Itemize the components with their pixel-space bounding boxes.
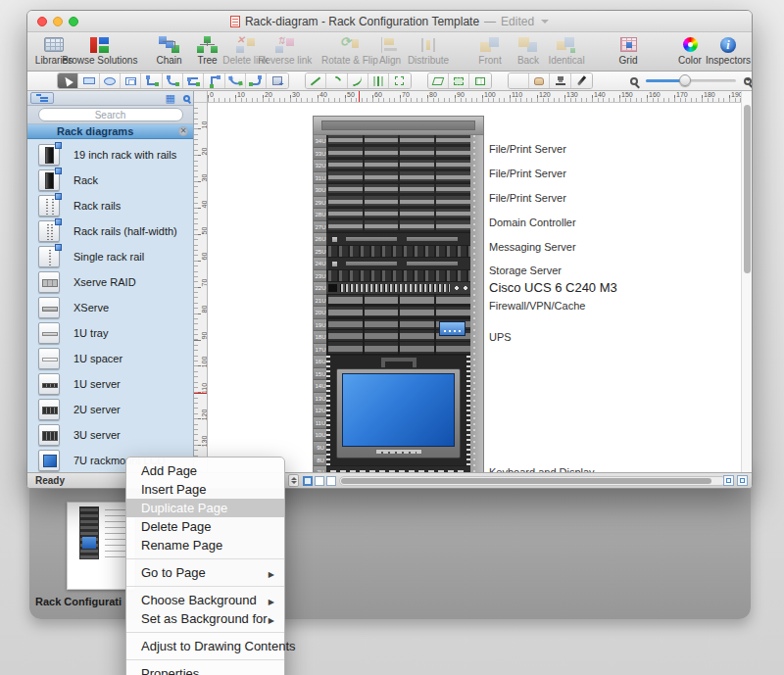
library-close-icon[interactable]: ✕ [178,126,188,136]
page-stepper[interactable] [288,474,299,487]
page-tab[interactable] [315,476,324,486]
tool-button[interactable] [267,73,287,88]
titlebar[interactable]: Rack-diagram - Rack Configuration Templa… [27,11,752,32]
library-tree-view-button[interactable] [30,92,54,104]
toolbar-button[interactable]: Front [475,35,505,66]
context-menu-item[interactable]: Duplicate Page [126,499,284,517]
tool-button[interactable] [529,73,550,88]
library-item[interactable]: 2U server [27,397,193,422]
horizontal-scrollbar-thumb[interactable] [341,478,711,484]
library-grid-view-icon[interactable]: ▦ [166,93,175,104]
page-stepper-up-icon[interactable] [291,477,297,480]
rack-unit-vserver[interactable] [326,246,470,259]
toolbar-button[interactable]: Color [675,35,705,66]
library-item[interactable]: 1U spacer [27,346,193,371]
equipment-label[interactable]: File/Print Server [489,168,566,179]
tool-button[interactable] [121,73,141,88]
actual-size-icon[interactable] [737,475,748,486]
toolbar-button[interactable]: Chain [155,35,184,66]
rack-shape[interactable]: 34U33U32U31U30U29U28U27U26U25U24U23U22U2… [313,116,484,472]
toolbar-button[interactable]: Tree [193,35,222,66]
tool-button[interactable] [183,73,204,88]
toolbar-button[interactable]: Browse Solutions [77,35,122,66]
library-item[interactable]: 1U server [27,371,193,397]
library-item[interactable]: XServe [27,295,193,320]
context-menu-item[interactable]: Go to Page [126,563,284,582]
tool-button[interactable] [204,73,224,88]
zoom-slider-knob[interactable] [679,74,691,86]
tool-button[interactable] [368,73,389,88]
toolbar-button[interactable]: Reverse link [270,35,301,66]
tool-button[interactable] [571,73,592,88]
equipment-label[interactable]: Cisco UCS 6 C240 M3 [489,280,617,295]
vertical-scrollbar[interactable] [741,91,752,472]
library-search-icon[interactable] [183,95,190,102]
tool-button[interactable] [469,73,490,88]
fit-page-icon[interactable] [723,475,734,486]
rack-unit-server2[interactable] [326,209,470,233]
toolbar-button[interactable]: Identical [552,35,581,66]
horizontal-scrollbar[interactable] [339,476,726,486]
context-menu-item[interactable]: Delete Page [126,517,284,536]
tool-button[interactable] [389,73,410,88]
search-input[interactable] [38,108,183,121]
rack-unit-monitor[interactable] [326,356,470,466]
equipment-label[interactable]: File/Print Server [489,143,566,155]
tool-button[interactable] [78,73,99,88]
equipment-label[interactable]: Domain Controller [489,217,576,228]
library-item[interactable]: 19 inch rack with rails [27,142,193,168]
rack-unit-drives[interactable] [326,295,470,319]
edited-label[interactable]: Edited [501,15,534,28]
toolbar-button[interactable]: Distribute [414,35,443,66]
zoom-out-icon[interactable] [630,77,638,85]
toolbar-button[interactable]: Rotate & Flip [333,35,367,66]
tool-button[interactable] [58,73,78,88]
drawing-canvas[interactable]: 34U33U32U31U30U29U28U27U26U25U24U23U22U2… [208,103,741,472]
equipment-label[interactable]: UPS [489,331,512,343]
tool-button[interactable] [163,73,183,88]
context-menu-item[interactable]: Add Page [126,461,284,480]
library-item[interactable]: Xserve RAID [27,269,193,295]
rack-unit-server2[interactable] [326,160,470,184]
library-item[interactable]: Rack rails [27,193,193,218]
page-tab[interactable] [303,476,313,486]
equipment-label[interactable]: File/Print Server [489,192,566,204]
toolbar-button[interactable]: Inspectors [713,35,743,66]
rack-unit-utray[interactable] [326,258,470,270]
toolbar-button[interactable]: Align [375,35,405,66]
toolbar-button[interactable]: Back [514,35,543,66]
tool-button[interactable] [348,73,368,88]
context-menu-item[interactable] [126,582,284,591]
rack-unit-server2[interactable] [326,184,470,209]
context-menu-item[interactable]: Properties... [126,664,284,675]
vertical-scrollbar-thumb[interactable] [744,105,751,273]
equipment-label[interactable]: Messaging Server [489,241,576,253]
rack-unit-server2[interactable] [326,135,470,160]
toolbar-button[interactable]: Grid [613,35,643,66]
toolbar-button[interactable]: Delete link [231,35,261,66]
equipment-label[interactable]: Firewall/VPN/Cache [489,300,585,312]
rack-unit-ups[interactable] [326,319,470,357]
page-stepper-down-icon[interactable] [291,481,297,484]
tool-button[interactable] [326,73,347,88]
context-menu-item[interactable]: Rename Page [126,536,284,554]
tool-button[interactable] [449,73,469,88]
library-section-header[interactable]: Rack diagrams ✕ [27,124,193,139]
context-menu-item[interactable]: Set as Background for [126,609,284,628]
library-item[interactable]: Single rack rail [27,244,193,269]
library-item[interactable]: Rack rails (half-width) [27,218,193,244]
tool-button[interactable] [225,73,246,88]
tool-button[interactable] [306,73,326,88]
context-menu-item[interactable] [126,628,284,637]
tool-button[interactable] [141,73,162,88]
tool-button[interactable] [509,73,529,88]
library-item[interactable]: 3U server [27,422,193,448]
rack-unit-cisco[interactable] [326,282,470,295]
library-item[interactable]: 1U tray [27,320,193,346]
tool-button[interactable] [428,73,449,88]
context-menu-item[interactable]: Choose Background [126,591,284,609]
context-menu-item[interactable]: Adjust to Drawing Contents [126,637,284,655]
title-chevron-icon[interactable] [541,20,549,24]
context-menu-item[interactable]: Insert Page [126,480,284,499]
tool-button[interactable] [100,73,121,88]
